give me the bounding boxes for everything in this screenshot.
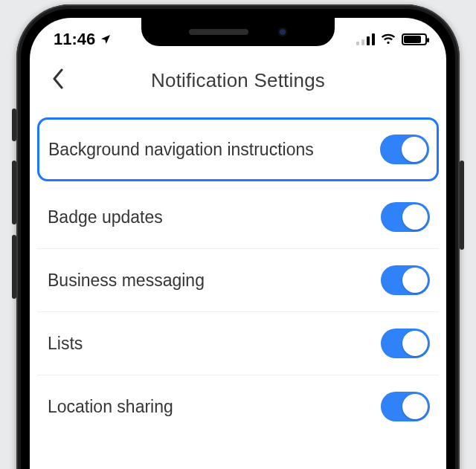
setting-row-badge-updates: Badge updates [37,186,439,249]
toggle-business-messaging[interactable] [381,265,430,295]
setting-label: Lists [48,334,381,354]
cellular-signal-icon [356,33,375,45]
back-button[interactable] [43,65,73,95]
toggle-lists[interactable] [381,329,430,358]
power-button [460,161,464,250]
mute-switch [12,109,16,141]
page-title: Notification Settings [151,69,325,92]
setting-row-background-navigation: Background navigation instructions [37,117,439,181]
volume-up-button [12,161,16,224]
header: Notification Settings [30,56,446,104]
location-arrow-icon [100,33,112,45]
status-time: 11:46 [54,30,95,49]
speaker-grille [189,29,248,35]
notch [141,18,335,46]
front-camera [278,28,287,36]
screen: 11:46 [30,18,446,469]
volume-down-button [12,235,16,299]
setting-label: Location sharing [48,397,381,417]
settings-list: Background navigation instructions Badge… [30,104,446,438]
setting-row-lists: Lists [37,312,439,375]
setting-label: Badge updates [48,207,381,227]
chevron-left-icon [51,68,65,92]
wifi-icon [381,30,396,49]
toggle-location-sharing[interactable] [381,392,430,421]
setting-label: Business messaging [48,271,381,291]
setting-label: Background navigation instructions [48,140,380,160]
phone-frame: 11:46 [16,4,460,469]
toggle-badge-updates[interactable] [381,202,430,232]
toggle-background-navigation[interactable] [380,135,429,164]
battery-icon [402,33,427,45]
setting-row-business-messaging: Business messaging [37,249,439,312]
setting-row-location-sharing: Location sharing [37,375,439,438]
